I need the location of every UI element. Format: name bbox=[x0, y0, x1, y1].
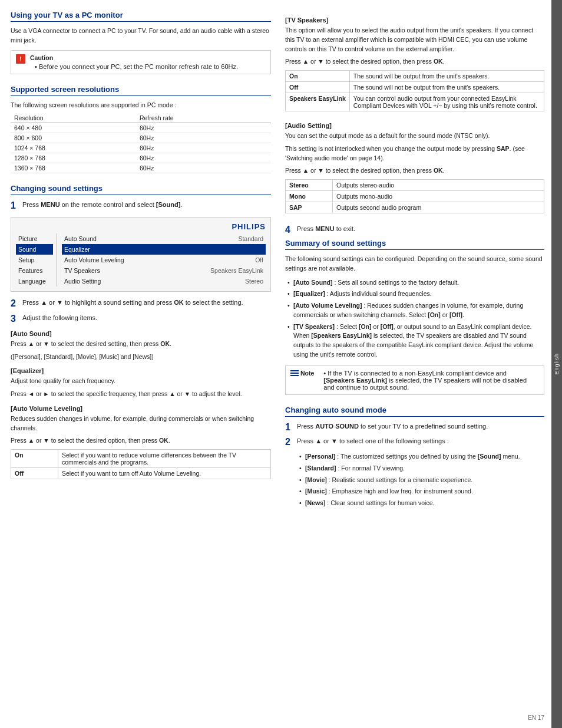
table-row: 640 × 480 bbox=[11, 123, 136, 133]
auto-sound-text: Press ▲ or ▼ to select the desired setti… bbox=[11, 340, 271, 349]
tv-menu-main-item[interactable]: TV SpeakersSpeakers EasyLink bbox=[62, 265, 266, 276]
equalizer-title: [Equalizer] bbox=[11, 367, 271, 374]
step-2: 2 Press ▲ or ▼ to highlight a sound sett… bbox=[11, 298, 271, 309]
auto-volume-title: [Auto Volume Leveling] bbox=[11, 405, 271, 412]
table-row: On bbox=[11, 450, 58, 468]
caution-title: Caution bbox=[30, 54, 266, 61]
note-box: Note If the TV is connected to a non-Eas… bbox=[285, 365, 544, 395]
page-number: EN 17 bbox=[528, 714, 544, 721]
table-row: Select if you want to turn off Auto Volu… bbox=[58, 468, 271, 479]
table-row: Mono bbox=[286, 191, 333, 202]
note-lines bbox=[290, 370, 299, 376]
audio-setting-title: [Audio Setting] bbox=[285, 122, 544, 129]
col-refresh: Refresh rate bbox=[136, 113, 271, 123]
auto-sound-step-1: 1 Press AUTO SOUND to set your TV to a p… bbox=[285, 421, 544, 433]
left-column: Using your TV as a PC monitor Use a VGA … bbox=[11, 11, 271, 717]
tv-menu-sidebar-item[interactable]: Sound bbox=[16, 244, 53, 255]
auto-sound-step-1-text: Press AUTO SOUND to set your TV to a pre… bbox=[297, 421, 544, 433]
auto-volume-text: Reduces sudden changes in volume, for ex… bbox=[11, 414, 271, 433]
tv-menu-sidebar-item[interactable]: Setup bbox=[16, 255, 53, 265]
section-resolutions-title: Supported screen resolutions bbox=[11, 85, 271, 96]
table-row: Outputs mono-audio bbox=[333, 191, 544, 202]
equalizer-text: Adjust tone quality for each frequency. bbox=[11, 377, 271, 386]
list-item: [Music] : Emphasize high and low freq. f… bbox=[299, 486, 544, 498]
auto-sound-mode-list: [Personal] : The customized settings you… bbox=[297, 451, 544, 509]
step-3: 3 Adjust the following items. bbox=[11, 313, 271, 324]
audio-setting-text2: This setting is not interlocked when you… bbox=[285, 144, 544, 163]
summary-list: [Auto Sound] : Sets all sound settings t… bbox=[285, 277, 544, 361]
list-item: [Auto Sound] : Sets all sound settings t… bbox=[287, 277, 544, 289]
summary-title: Summary of sound settings bbox=[285, 239, 544, 250]
section-audio-setting: [Audio Setting] You can set the output m… bbox=[285, 122, 544, 213]
auto-sound-section: [Auto Sound] Press ▲ or ▼ to select the … bbox=[11, 330, 271, 362]
section-summary: Summary of sound settings The following … bbox=[285, 239, 544, 395]
auto-sound-step-2: 2 Press ▲ or ▼ to select one of the foll… bbox=[285, 436, 544, 447]
tv-menu-sidebar-item[interactable]: Features bbox=[16, 265, 53, 276]
table-row: Speakers EasyLink bbox=[286, 93, 350, 111]
table-row: On bbox=[286, 71, 350, 82]
tv-speakers-text: This option will allow you to select the… bbox=[285, 26, 544, 54]
table-row: Outputs stereo-audio bbox=[333, 180, 544, 191]
note-title: Note bbox=[300, 370, 314, 377]
note-content: If the TV is connected to a non-EasyLink… bbox=[319, 370, 539, 391]
side-tab: English bbox=[551, 0, 562, 728]
tv-speakers-table: OnThe sound will be output from the unit… bbox=[285, 70, 544, 111]
audio-setting-table: StereoOutputs stereo-audioMonoOutputs mo… bbox=[285, 179, 544, 213]
section-sound-settings: Changing sound settings 1 Press MENU on … bbox=[11, 184, 271, 479]
tv-menu-main-item[interactable]: Auto SoundStandard bbox=[62, 233, 266, 244]
step-4-text: Press MENU to exit. bbox=[297, 224, 544, 235]
table-row: 60Hz bbox=[136, 133, 271, 143]
step-4-num: 4 bbox=[285, 224, 293, 235]
tv-menu-main-item[interactable]: Auto Volume LevelingOff bbox=[62, 255, 266, 265]
tv-menu-main-item[interactable]: Equalizer bbox=[62, 244, 266, 255]
audio-setting-text1: You can set the output mode as a default… bbox=[285, 131, 544, 141]
table-row: The sound will not be output from the un… bbox=[349, 82, 544, 93]
step-1-num: 1 bbox=[11, 200, 19, 211]
section-sound-settings-title: Changing sound settings bbox=[11, 184, 271, 195]
table-row: 1024 × 768 bbox=[11, 143, 136, 153]
caution-list: Before you connect your PC, set the PC m… bbox=[30, 63, 266, 70]
note-icon: Note bbox=[290, 370, 314, 377]
section-pc-monitor-intro: Use a VGA connector to connect a PC to y… bbox=[11, 27, 271, 45]
step-3-text: Adjust the following items. bbox=[22, 313, 271, 324]
tv-menu-main: Auto SoundStandardEqualizerAuto Volume L… bbox=[57, 233, 266, 286]
table-row: 60Hz bbox=[136, 163, 271, 173]
table-row: 60Hz bbox=[136, 153, 271, 163]
tv-menu: PHILIPS PictureSoundSetupFeaturesLanguag… bbox=[11, 217, 271, 292]
resolution-table: Resolution Refresh rate 640 × 48060Hz800… bbox=[11, 113, 271, 173]
tv-menu-main-item[interactable]: Audio SettingStereo bbox=[62, 276, 266, 286]
auto-sound-step-2-text: Press ▲ or ▼ to select one of the follow… bbox=[297, 436, 544, 447]
table-row: 1280 × 768 bbox=[11, 153, 136, 163]
table-row: SAP bbox=[286, 202, 333, 213]
side-tab-label: English bbox=[554, 353, 560, 375]
caution-content: Caution Before you connect your PC, set … bbox=[30, 54, 266, 70]
table-row: 60Hz bbox=[136, 143, 271, 153]
section-auto-sound-mode: Changing auto sound mode 1 Press AUTO SO… bbox=[285, 406, 544, 509]
tv-menu-sidebar: PictureSoundSetupFeaturesLanguage bbox=[16, 233, 57, 286]
step-1-text: Press MENU on the remote control and sel… bbox=[22, 200, 271, 211]
auto-volume-table: OnSelect if you want to reduce volume di… bbox=[11, 449, 271, 479]
list-item: [Standard] : For normal TV viewing. bbox=[299, 463, 544, 475]
caution-box: ! Caution Before you connect your PC, se… bbox=[11, 50, 271, 74]
step-2-num: 2 bbox=[11, 298, 19, 309]
tv-speakers-title: [TV Speakers] bbox=[285, 17, 544, 24]
section-tv-speakers: [TV Speakers] This option will allow you… bbox=[285, 17, 544, 111]
step-3-num: 3 bbox=[11, 313, 19, 324]
table-row: 1360 × 768 bbox=[11, 163, 136, 173]
auto-sound-subtext: ([Personal], [Standard], [Movie], [Music… bbox=[11, 353, 271, 362]
table-row: 60Hz bbox=[136, 123, 271, 133]
table-row: Outputs second audio program bbox=[333, 202, 544, 213]
tv-menu-sidebar-item[interactable]: Picture bbox=[16, 233, 53, 244]
table-row: The sound will be output from the unit's… bbox=[349, 71, 544, 82]
auto-sound-mode-title: Changing auto sound mode bbox=[285, 406, 544, 417]
auto-volume-desc: Press ▲ or ▼ to select the desired optio… bbox=[11, 436, 271, 446]
tv-menu-sidebar-item[interactable]: Language bbox=[16, 276, 53, 286]
summary-intro: The following sound settings can be conf… bbox=[285, 255, 544, 274]
list-item: If the TV is connected to a non-EasyLink… bbox=[323, 370, 539, 391]
auto-sound-step-2-num: 2 bbox=[285, 436, 293, 447]
table-row: Off bbox=[286, 82, 350, 93]
step-1: 1 Press MENU on the remote control and s… bbox=[11, 200, 271, 211]
list-item: [Equalizer] : Adjusts individual sound f… bbox=[287, 288, 544, 300]
equalizer-section: [Equalizer] Adjust tone quality for each… bbox=[11, 367, 271, 399]
table-row: You can control audio output from your c… bbox=[349, 93, 544, 111]
